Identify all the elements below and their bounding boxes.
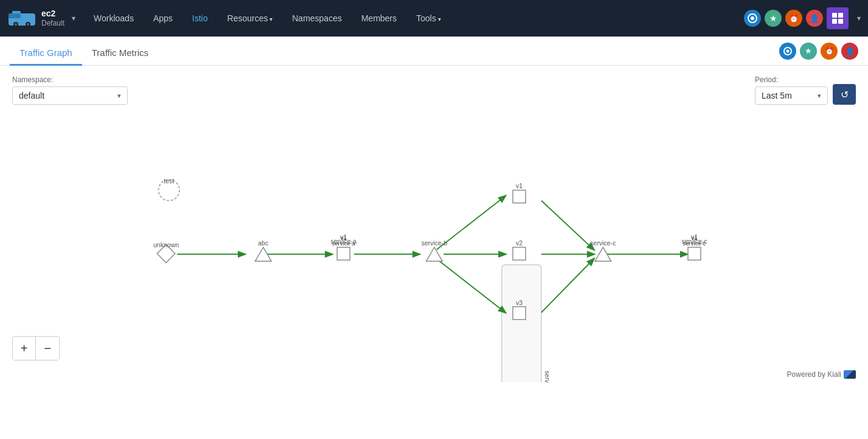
nav-tools[interactable]: Tools [408,9,449,28]
node-abc-label: abc [258,239,268,247]
cluster-info: ec2 Default [41,9,64,27]
namespace-group: Namespace: default ▾ [12,76,128,105]
cluster-dropdown[interactable]: ▾ [72,14,75,23]
node-v3-label: v3 [516,299,523,306]
node-sa-v1-label: v1 [341,234,347,241]
cluster-env: Default [41,19,64,27]
nav-namespaces[interactable]: Namespaces [283,9,350,28]
header-icons: ★ ⏰ 👤 [744,10,823,27]
svg-point-10 [786,49,790,52]
node-service-b-tri[interactable] [426,247,443,261]
namespace-label: Namespace: [12,76,128,84]
svg-point-6 [27,23,29,26]
bookmark-glyph: ★ [769,13,777,23]
zoom-in-button[interactable]: + [13,337,36,360]
nav-apps[interactable]: Apps [145,9,181,28]
tabs-bar: Traffic Graph Traffic Metrics ★ ⏰ 👤 [0,37,868,66]
refresh-button[interactable]: ↺ [833,84,856,105]
grid-inner [832,13,843,24]
node-service-c-label: service-c [590,239,616,247]
tab-star-icon[interactable]: ★ [800,43,817,60]
node-sc-top-label: service-c [682,240,706,247]
navbar: ec2 Default ▾ Workloads Apps Istio Resou… [0,0,868,37]
user-glyph2: 👤 [845,47,855,55]
brand: ec2 Default ▾ [7,6,75,30]
grid-cell-2 [838,13,843,18]
period-control-group: Period: Last 5m ▾ [755,76,828,105]
node-unknown-label: unknown [153,241,179,248]
alert-glyph: ⏰ [789,14,799,23]
user-icon[interactable]: 👤 [806,10,823,27]
period-value: Last 5m [762,91,792,100]
service-b-group-label: service-b [544,371,551,382]
toggle-svg [748,13,757,23]
node-v2[interactable] [513,247,526,260]
tab-user-icon[interactable]: 👤 [841,43,858,60]
service-b-group-box [502,265,541,382]
node-service-b-label: service-b [422,239,448,247]
bookmark-icon[interactable]: ★ [765,10,782,27]
node-sa-top-label: service-a [332,240,355,247]
toggle-icon[interactable] [744,10,761,27]
user-glyph: 👤 [810,14,819,23]
grid-cell-1 [832,13,837,18]
node-v2-label: v2 [516,239,523,247]
tabs-right-icons: ★ ⏰ 👤 [779,43,858,60]
nav-workloads[interactable]: Workloads [85,9,142,28]
svg-point-8 [751,16,754,20]
tab-toggle-icon[interactable] [779,43,796,60]
navbar-right: ★ ⏰ 👤 ▾ [744,7,861,29]
alert-icon[interactable]: ⏰ [785,10,802,27]
node-sc-v1-label: v1 [691,234,697,241]
node-service-a[interactable] [337,247,350,260]
toggle-svg [783,47,792,55]
node-service-c-sq[interactable] [688,247,701,260]
grid-cell-4 [838,19,843,24]
period-chevron: ▾ [818,92,821,100]
cluster-name: ec2 [41,9,64,19]
period-label: Period: [755,76,828,84]
zoom-out-button[interactable]: − [36,337,59,360]
tab-clock-icon[interactable]: ⏰ [821,43,838,60]
star-glyph: ★ [805,46,812,55]
namespace-select[interactable]: default ▾ [12,86,128,105]
edge-v1-servicec [541,201,594,250]
nav-members[interactable]: Members [353,9,405,28]
period-group: Period: Last 5m ▾ ↺ [755,76,856,105]
nav-items: Workloads Apps Istio Resources Namespace… [85,9,744,28]
namespace-value: default [19,91,44,100]
namespace-chevron: ▾ [117,92,121,100]
svg-point-5 [15,23,17,26]
nav-istio[interactable]: Istio [184,9,217,28]
nav-resources[interactable]: Resources [219,9,282,28]
clock-glyph: ⏰ [825,47,834,55]
svg-rect-2 [9,13,21,18]
period-select[interactable]: Last 5m ▾ [755,86,828,105]
node-v1[interactable] [513,190,526,203]
brand-logo [7,6,36,30]
powered-by-text: Powered by Kiali [787,370,841,379]
grid-cell-3 [832,19,837,24]
graph-area: service-b test unknown [0,114,868,385]
kiali-logo [844,370,856,379]
edge-v3-servicec [541,259,594,312]
tab-traffic-graph[interactable]: Traffic Graph [10,40,82,66]
zoom-controls: + − [12,336,60,360]
node-v3[interactable] [513,307,526,320]
edge-serviceb-v3 [437,259,505,312]
tab-traffic-metrics[interactable]: Traffic Metrics [82,40,158,66]
powered-by: Powered by Kiali [787,370,856,379]
controls-bar: Namespace: default ▾ Period: Last 5m ▾ ↺ [0,66,868,114]
node-v1-label: v1 [516,182,523,189]
grid-apps-icon[interactable] [827,7,849,29]
apps-dropdown[interactable]: ▾ [857,14,861,23]
refresh-icon: ↺ [841,89,849,100]
traffic-graph-svg: service-b test unknown [0,114,868,382]
node-test-label: test [164,177,174,184]
